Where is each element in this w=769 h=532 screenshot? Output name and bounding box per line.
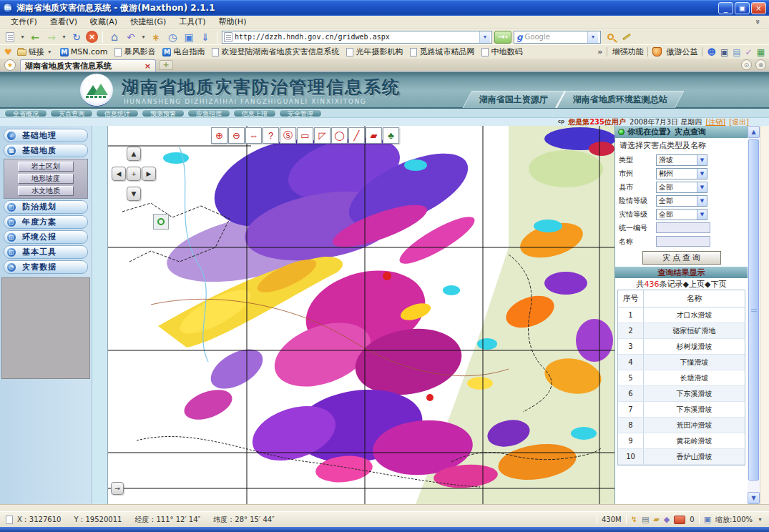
highlighter-icon[interactable]	[619, 30, 634, 44]
folder-icon[interactable]: ▰	[653, 515, 659, 524]
sidebar-sub-item[interactable]: 水文地质	[18, 186, 74, 196]
link-item[interactable]: MMSN.com	[58, 47, 110, 56]
disaster-point-query-button[interactable]: 灾 点 查 询	[642, 251, 721, 265]
address-bar[interactable]: http://dzzh.hndh.gov.cn/gridweb.aspx ▾	[222, 31, 492, 44]
links-overflow-icon[interactable]: »	[597, 47, 602, 56]
paint-icon[interactable]: ✓	[745, 47, 753, 57]
link-item[interactable]: 光年摄影机构	[344, 46, 405, 57]
text-input[interactable]	[656, 222, 710, 233]
nav-tab[interactable]: 全省概况	[4, 109, 47, 117]
window-title-bar[interactable]: m 湖南省地质灾害信息系统 - 傲游(Maxthon) 2.1.1 _ ▣ ×	[0, 0, 769, 16]
search-input[interactable]: Google	[525, 33, 585, 41]
map-viewport[interactable]: ⊕⊖⇔?Ⓢ▭◸◯╱▰♣ ▲ ◀ + ▶ ▼ →	[108, 126, 614, 504]
capture-icon[interactable]: ▣	[182, 30, 196, 44]
gesture-icon[interactable]: ◆	[664, 515, 670, 524]
menu-item[interactable]: 快捷组(G)	[124, 16, 172, 27]
eraser-icon[interactable]: ▰	[366, 127, 382, 144]
table-row[interactable]: 2 骆家恒矿滑地	[618, 323, 745, 339]
next-page-link[interactable]: 下页	[710, 279, 726, 290]
exit-link[interactable]: [退出]	[729, 118, 749, 126]
new-page-icon[interactable]	[3, 30, 17, 44]
menu-item[interactable]: 帮助(H)	[212, 16, 253, 27]
sidebar-item-environment-bulletin[interactable]: ◲ 环境公报	[4, 230, 88, 244]
prev-page-link[interactable]: 上页	[689, 279, 705, 290]
select-rect-icon[interactable]: ▭	[297, 127, 313, 144]
undo-icon[interactable]: ↶	[124, 30, 138, 44]
chevron-down-icon[interactable]: ▼	[697, 182, 707, 192]
text-input[interactable]	[656, 236, 710, 247]
favorites-heart-icon[interactable]: ♥	[4, 47, 12, 57]
logout-link[interactable]: [注销]	[705, 118, 725, 126]
table-row[interactable]: 9 黄花岭滑坡	[618, 433, 745, 449]
stop-icon[interactable]: ×	[86, 31, 98, 43]
restore-button[interactable]: ▣	[735, 2, 750, 14]
link-item[interactable]: 觅路城市精品网	[408, 46, 476, 57]
address-url[interactable]: http://dzzh.hndh.gov.cn/gridweb.aspx	[235, 33, 477, 41]
charity-link[interactable]: 傲游公益	[666, 46, 697, 57]
resize-icon[interactable]: ▣	[704, 515, 711, 524]
map-marker-icon[interactable]	[153, 214, 169, 230]
search-box[interactable]: g Google ▾	[514, 31, 601, 44]
home-icon[interactable]: ⌂	[107, 30, 122, 44]
star-icon[interactable]: ★	[4, 59, 16, 71]
dropdown-select[interactable]: 全部 ▼	[656, 182, 707, 193]
dropdown-select[interactable]: 全部 ▼	[656, 195, 707, 207]
close-button[interactable]: ×	[751, 2, 766, 14]
new-page-dropdown-icon[interactable]: ▾	[19, 34, 26, 40]
zoom-in-icon[interactable]: ⊕	[211, 127, 227, 144]
pan-center-icon[interactable]: +	[127, 167, 141, 181]
address-dropdown-icon[interactable]: ▾	[479, 31, 490, 43]
pan-right-icon[interactable]: ▶	[142, 167, 156, 181]
proxy-icon[interactable]: ☻	[707, 47, 716, 57]
nav-tab[interactable]: 安全管理	[279, 109, 322, 117]
minimize-button[interactable]: _	[718, 2, 733, 14]
menu-item[interactable]: 文件(F)	[4, 16, 44, 27]
zoom-dropdown-icon[interactable]: ▾	[757, 516, 763, 523]
link-item[interactable]: 中地数码	[479, 46, 524, 57]
forward-icon[interactable]: →	[44, 30, 59, 44]
chevron-down-icon[interactable]: ▼	[697, 155, 707, 165]
table-row[interactable]: 1 才口水滑坡	[618, 307, 745, 323]
nav-tab[interactable]: 信息上报	[233, 109, 276, 117]
close-all-icon[interactable]: ⊗	[755, 59, 766, 70]
history-dropdown-icon[interactable]: ▾	[61, 34, 67, 40]
link-item[interactable]: 欢迎登陆湖南省地质灾害信息系统	[210, 46, 341, 57]
notes-icon[interactable]: ▤	[733, 47, 740, 57]
measure-icon[interactable]: ?	[263, 127, 279, 144]
undo-dropdown-icon[interactable]: ▾	[140, 34, 147, 40]
magic-wand-icon[interactable]: ∗	[149, 30, 163, 44]
table-row[interactable]: 7 下东溪滑坡	[618, 402, 745, 418]
history-clock-icon[interactable]: ◷	[165, 30, 180, 44]
table-row[interactable]: 3 杉树垅滑坡	[618, 339, 745, 355]
chevron-down-icon[interactable]: ▼	[697, 210, 707, 220]
pan-icon[interactable]: ⇔	[245, 127, 262, 144]
link-item[interactable]: 暴风影音	[112, 46, 157, 57]
sidebar-item-basic-geology[interactable]: ▦ 基础地质	[4, 144, 88, 157]
sidebar-item-disaster-data[interactable]: ◔ 灾害数据	[4, 260, 88, 274]
sidebar-item-basic-geography[interactable]: » 基础地理	[4, 129, 88, 142]
nav-tab[interactable]: 灾点查询	[50, 109, 93, 117]
printer-icon[interactable]: ▤	[642, 515, 649, 524]
scroll-down-icon[interactable]: ▼	[748, 492, 760, 504]
table-row[interactable]: 5 长塘滑坡	[618, 370, 745, 386]
new-tab-button[interactable]: +	[159, 60, 173, 70]
table-row[interactable]: 10 香炉山滑坡	[618, 449, 745, 465]
zoom-level[interactable]: 缩放:100%	[715, 515, 753, 525]
menu-item[interactable]: 查看(V)	[44, 16, 84, 27]
sidebar-item-basic-tools[interactable]: ◱ 基本工具	[4, 245, 88, 259]
search-engine-dropdown-icon[interactable]: ▾	[587, 31, 598, 43]
zoom-out-icon[interactable]: ⊖	[228, 127, 245, 144]
link-item[interactable]: M电台指南	[160, 46, 207, 57]
map-scroll-right-icon[interactable]: →	[111, 482, 124, 495]
pan-left-icon[interactable]: ◀	[112, 167, 126, 181]
scrollbar-thumb[interactable]	[748, 139, 759, 481]
panel-scrollbar[interactable]: ▲ ▼	[748, 126, 760, 504]
dropdown-select[interactable]: 滑坡 ▼	[656, 154, 707, 166]
refresh-icon[interactable]: ↻	[69, 30, 84, 44]
sidebar-sub-item[interactable]: 地形坡度	[18, 174, 74, 184]
popup-blocker-icon[interactable]	[674, 516, 685, 524]
sidebar-sub-item[interactable]: 岩土区划	[18, 162, 74, 172]
sidebar-item-prevention-plan[interactable]: ◰ 防治规划	[4, 200, 88, 214]
menu-item[interactable]: 收藏(A)	[84, 16, 124, 27]
tab-close-icon[interactable]: ×	[145, 61, 151, 71]
